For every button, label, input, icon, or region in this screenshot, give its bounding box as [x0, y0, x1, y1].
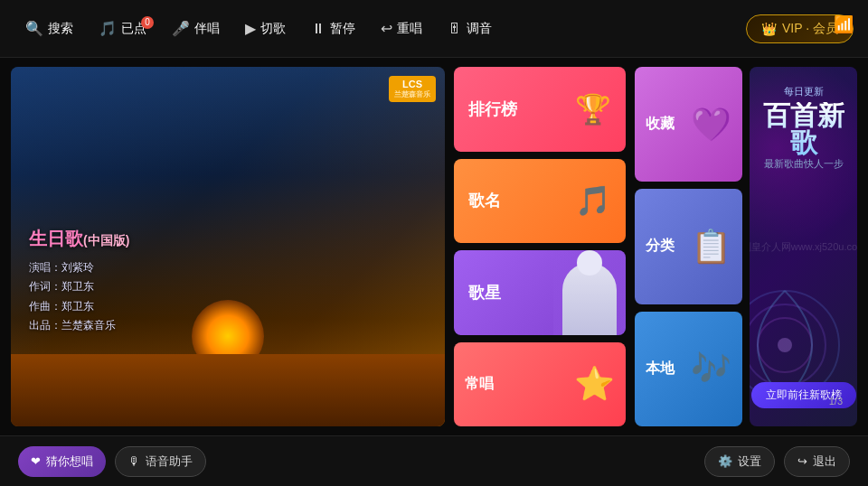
lcs-line2: 兰楚森音乐	[394, 90, 430, 99]
shoucang-label: 收藏	[646, 115, 675, 134]
replay-label: 重唱	[397, 21, 422, 37]
star-icon: ⭐	[574, 365, 615, 403]
guess-label: 猜你想唱	[46, 453, 93, 470]
name-label: 歌名	[468, 190, 501, 211]
song-info: 生日歌(中国版) 演唱：刘紫玲 作词：郑卫东 作曲：郑卫东 出品：兰楚森音乐	[29, 227, 129, 336]
pause-icon: ⏸	[311, 21, 326, 37]
replay-button[interactable]: ↩ 重唱	[370, 14, 433, 42]
rank-label: 排行榜	[468, 98, 517, 120]
svg-point-3	[778, 338, 792, 352]
quit-button[interactable]: ↪ 退出	[784, 446, 850, 477]
voice-icon: 🎙	[128, 454, 140, 468]
singer-silhouette	[562, 263, 617, 335]
list-icon: 📋	[691, 228, 731, 266]
pause-button[interactable]: ⏸ 暂停	[300, 15, 366, 42]
queue-icon: 🎵	[99, 20, 117, 37]
name-card[interactable]: 歌名 🎵	[454, 159, 626, 244]
bendi-card[interactable]: 本地 🎶	[635, 312, 742, 426]
vip-label: VIP · 会员	[782, 21, 838, 37]
bottom-bar: ❤ 猜你想唱 🎙 语音助手 ⚙️ 设置 ↪ 退出	[0, 435, 868, 486]
singer-image	[553, 250, 626, 335]
search-button[interactable]: 🔍 搜索	[14, 14, 84, 42]
wifi-icon: 📶	[834, 14, 854, 34]
tune-icon: 🎚	[448, 21, 462, 37]
tune-label: 调音	[467, 21, 492, 37]
voice-button[interactable]: 🎙 语音助手	[115, 446, 206, 477]
banner-title: 百首新歌	[750, 102, 857, 156]
banner-title-main: 每日更新 百首新歌	[750, 85, 857, 156]
lcs-logo: LCS 兰楚森音乐	[389, 76, 436, 102]
search-icon: 🔍	[25, 20, 43, 37]
banner-subtitle: 每日更新	[750, 85, 857, 98]
singer-card[interactable]: 歌星	[454, 250, 626, 335]
fenlei-card[interactable]: 分类 📋	[635, 189, 742, 304]
queue-badge: 0	[141, 16, 154, 29]
search-label: 搜索	[48, 21, 73, 37]
local-icon: 🎶	[691, 350, 731, 388]
song-meta: 演唱：刘紫玲 作词：郑卫东 作曲：郑卫东 出品：兰楚森音乐	[29, 258, 129, 336]
duet-icon: 🎤	[172, 20, 190, 37]
replay-icon: ↩	[381, 20, 392, 37]
queue-button[interactable]: 🎵 已点 0	[88, 14, 157, 42]
singer-label: 歌星	[468, 282, 501, 304]
video-horizon	[11, 354, 445, 426]
lcs-line1: LCS	[402, 79, 422, 89]
bottom-right: ⚙️ 设置 ↪ 退出	[704, 446, 850, 477]
heart-small-icon: ❤	[31, 454, 41, 468]
quit-icon: ↪	[797, 454, 807, 468]
changchang-card[interactable]: 常唱 ⭐	[454, 342, 626, 427]
settings-button[interactable]: ⚙️ 设置	[704, 446, 775, 477]
song-title: 生日歌(中国版)	[29, 227, 129, 251]
main-content: LCS 兰楚森音乐 生日歌(中国版) 演唱：刘紫玲 作词：郑卫东 作曲：郑卫东 …	[0, 58, 868, 435]
next-label: 切歌	[260, 21, 286, 37]
bendi-label: 本地	[646, 360, 675, 379]
settings-label: 设置	[738, 453, 761, 470]
duet-button[interactable]: 🎤 伴唱	[161, 14, 231, 42]
video-panel: LCS 兰楚森音乐 生日歌(中国版) 演唱：刘紫玲 作词：郑卫东 作曲：郑卫东 …	[11, 67, 445, 426]
menu-column: 排行榜 🏆 歌名 🎵 歌星 常唱 ⭐	[454, 67, 626, 426]
banner-page: 1/3	[829, 396, 843, 407]
duet-label: 伴唱	[194, 21, 220, 37]
next-song-button[interactable]: ▶ 切歌	[234, 14, 297, 42]
settings-icon: ⚙️	[718, 454, 732, 468]
next-icon: ▶	[245, 20, 256, 37]
heart-icon: 💜	[691, 106, 731, 144]
voice-label: 语音助手	[146, 453, 193, 470]
changchang-label: 常唱	[465, 375, 494, 394]
pause-label: 暂停	[330, 21, 355, 37]
rank-icon: 🏆	[575, 92, 611, 126]
tune-button[interactable]: 🎚 调音	[437, 15, 503, 42]
fenlei-label: 分类	[646, 237, 675, 256]
shoucang-card[interactable]: 收藏 💜	[635, 67, 742, 182]
guess-button[interactable]: ❤ 猜你想唱	[18, 446, 106, 477]
rank-card[interactable]: 排行榜 🏆	[454, 67, 626, 152]
singer-head	[577, 250, 602, 276]
name-icon: 🎵	[575, 183, 611, 218]
banner-panel[interactable]: 每日更新 百首新歌 最新歌曲快人一步 刘皇介人网www.xj520u.com 立…	[750, 67, 857, 426]
quit-label: 退出	[813, 453, 836, 470]
crown-icon: 👑	[761, 22, 777, 36]
banner-desc: 最新歌曲快人一步	[750, 157, 857, 171]
bottom-left: ❤ 猜你想唱 🎙 语音助手	[18, 446, 206, 477]
top-bar: 🔍 搜索 🎵 已点 0 🎤 伴唱 ▶ 切歌 ⏸ 暂停 ↩ 重唱 🎚 调音 👑 V…	[0, 0, 868, 58]
